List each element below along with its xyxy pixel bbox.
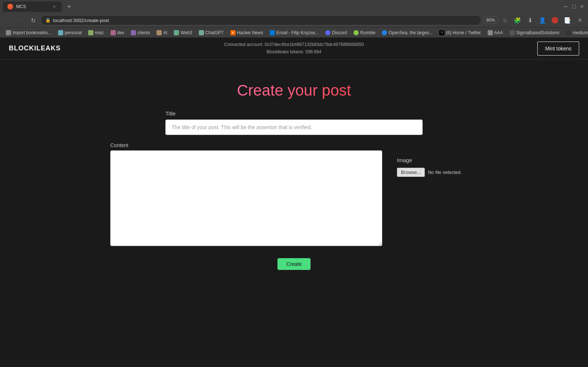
refresh-icon: ↻ [31, 17, 36, 24]
bookmarks-sidebar-button[interactable]: 📑 [562, 15, 573, 25]
header-right: Mint tokens [437, 42, 579, 56]
bookmark-rumble[interactable]: Rumble [351, 29, 378, 36]
connected-account-address: Connected account: 0x37dec4fce1b4867132b… [151, 41, 437, 48]
bookmark-clients-icon [131, 30, 136, 35]
bookmark-twitter-icon: 𝕏 [439, 30, 444, 35]
sync-icon [552, 17, 558, 24]
menu-button[interactable]: ≡ [575, 15, 585, 25]
bookmark-personal-label: personal [65, 30, 82, 35]
tab-close-button[interactable]: × [51, 4, 57, 10]
bookmark-opensea[interactable]: OpenSea, the larges... [379, 29, 435, 36]
title-section: Title [165, 110, 423, 142]
bookmark-misc[interactable]: misc [85, 29, 107, 36]
tab-favicon-icon [7, 4, 13, 10]
main-content: Create your post Title Content Image Bro… [0, 60, 588, 285]
bookmark-hackernews-label: Hacker News [237, 30, 263, 35]
bookmark-dev-label: dev [117, 30, 124, 35]
no-file-selected-text: No file selected. [428, 170, 462, 175]
bookmark-email-icon [270, 30, 275, 35]
bookmark-aaa-icon [488, 30, 493, 35]
profile-button[interactable]: 👤 [537, 15, 548, 25]
puzzle-icon: 🧩 [514, 17, 521, 24]
bookmark-rumble-label: Rumble [360, 30, 375, 35]
bookmark-hackernews-icon: Y [230, 30, 236, 35]
content-textarea[interactable] [110, 150, 382, 246]
bookmark-clients-label: clients [137, 30, 150, 35]
back-button[interactable]: ← [3, 15, 13, 25]
close-window-button[interactable]: × [579, 3, 585, 10]
forward-button[interactable]: → [15, 15, 26, 25]
title-input[interactable] [165, 120, 423, 135]
app-header: BLOCKILEAKS Connected account: 0x37dec4f… [0, 38, 588, 60]
bookmark-hackernews[interactable]: Y Hacker News [227, 29, 266, 36]
url-text: localhost:3002/create-post [53, 18, 109, 23]
bookmark-personal[interactable]: personal [55, 29, 85, 36]
forward-icon: → [18, 17, 24, 24]
bookmark-dev[interactable]: dev [108, 29, 127, 36]
download-button[interactable]: ⬇ [525, 15, 535, 25]
browser-frame: MCS × + ─ □ × ← → ↻ 🔒 localhost:3002/cre… [0, 0, 588, 38]
connected-account-info: Connected account: 0x37dec4fce1b4867132b… [151, 41, 437, 55]
bookmark-chatgpt-icon [199, 30, 204, 35]
hamburger-icon: ≡ [578, 17, 581, 24]
bookmark-ai-label: AI [163, 30, 167, 35]
firefox-sync-button[interactable] [550, 15, 560, 25]
bookmark-medium[interactable]: medium [563, 29, 588, 36]
maximize-button[interactable]: □ [571, 3, 577, 10]
bookmark-import[interactable]: Import bookmarks... [3, 29, 54, 36]
bookmark-chatgpt[interactable]: ChatGPT [196, 29, 227, 36]
bookmark-sigma-icon [510, 30, 515, 35]
refresh-button[interactable]: ↻ [28, 15, 38, 25]
zoom-control[interactable]: 90% [484, 17, 498, 24]
minimize-button[interactable]: ─ [562, 3, 569, 10]
star-icon: ☆ [502, 17, 508, 24]
bookmark-twitter-label: (6) Home / Twitter [446, 30, 481, 35]
bookmark-sigma-label: SigmaBasedSolutions [516, 30, 559, 35]
content-label: Content [110, 142, 382, 148]
header-center: Connected account: 0x37dec4fce1b4867132b… [151, 41, 437, 55]
file-input-row: Browse... No file selected. [397, 168, 478, 177]
bookmark-misc-icon [88, 30, 93, 35]
browse-button[interactable]: Browse... [397, 168, 425, 177]
bookmarks-bar: Import bookmarks... personal misc dev cl… [0, 27, 588, 38]
extensions-button[interactable]: 🧩 [512, 15, 523, 25]
bookmark-ai[interactable]: AI [154, 29, 170, 36]
bookmark-discord-icon [325, 30, 330, 35]
content-image-row: Content Image Browse... No file selected… [110, 142, 478, 247]
bookmark-web3[interactable]: Web3 [171, 29, 195, 36]
bookmark-personal-icon [58, 30, 63, 35]
bookmark-aaa[interactable]: AAA [485, 29, 506, 36]
bookmark-misc-label: misc [95, 30, 104, 35]
create-post-button[interactable]: Create [277, 258, 311, 270]
security-icon: 🔒 [45, 18, 51, 23]
bookmark-discord[interactable]: Discord [322, 29, 350, 36]
content-column: Content [110, 142, 382, 247]
mint-tokens-button[interactable]: Mint tokens [537, 42, 579, 56]
bookmark-web3-label: Web3 [180, 30, 192, 35]
address-bar[interactable]: 🔒 localhost:3002/create-post [40, 15, 481, 25]
bookmark-web3-icon [174, 30, 179, 35]
browser-navbar: ← → ↻ 🔒 localhost:3002/create-post 90% ☆… [0, 13, 588, 27]
new-tab-button[interactable]: + [64, 1, 74, 12]
tokens-balance: Blockileaks tokens: 599.994 [151, 49, 437, 56]
bookmark-star-button[interactable]: ☆ [500, 15, 510, 25]
bookmark-rumble-icon [354, 30, 359, 35]
bookmark-discord-label: Discord [332, 30, 347, 35]
bookmark-ai-icon [157, 30, 162, 35]
bookmark-medium-label: medium [573, 30, 588, 35]
bookmark-import-label: Import bookmarks... [12, 30, 51, 35]
bookmark-opensea-label: OpenSea, the larges... [388, 30, 433, 35]
bookmark-dev-icon [111, 30, 116, 35]
bookmark-clients[interactable]: clients [128, 29, 153, 36]
bookmark-email-label: Email - Filip Knyzse... [276, 30, 319, 35]
bookmark-twitter[interactable]: 𝕏 (6) Home / Twitter [436, 29, 484, 36]
browser-titlebar: MCS × + ─ □ × [0, 0, 588, 13]
app-logo[interactable]: BLOCKILEAKS [9, 44, 151, 52]
image-column: Image Browse... No file selected. [397, 142, 478, 247]
bookmark-email[interactable]: Email - Filip Knyzse... [267, 29, 322, 36]
browser-tab[interactable]: MCS × [3, 1, 62, 12]
profile-icon: 👤 [539, 17, 546, 24]
title-label: Title [165, 110, 423, 117]
bookmark-sigma[interactable]: SigmaBasedSolutions [507, 29, 562, 36]
bookmarks-icon: 📑 [564, 17, 571, 24]
